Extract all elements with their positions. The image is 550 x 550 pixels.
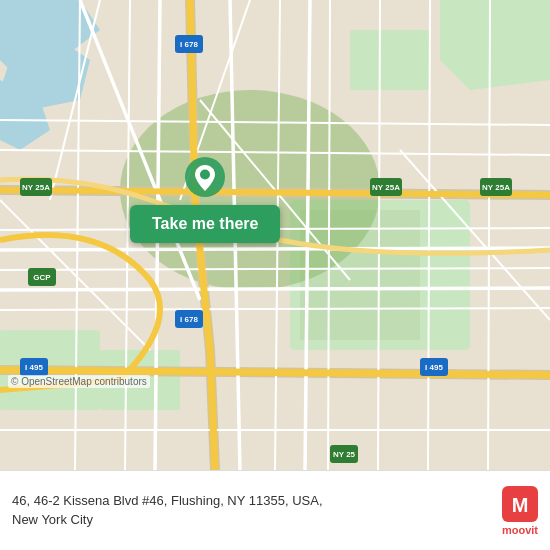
address-text: 46, 46-2 Kissena Blvd #46, Flushing, NY … xyxy=(12,492,492,528)
svg-text:GCP: GCP xyxy=(33,273,51,282)
address-block: 46, 46-2 Kissena Blvd #46, Flushing, NY … xyxy=(12,492,492,528)
svg-text:I 678: I 678 xyxy=(180,40,198,49)
map-copyright: © OpenStreetMap contributors xyxy=(8,375,150,388)
svg-text:NY 25A: NY 25A xyxy=(22,183,50,192)
svg-text:M: M xyxy=(512,494,529,516)
moovit-brand-text: moovit xyxy=(502,524,538,536)
bottom-bar: 46, 46-2 Kissena Blvd #46, Flushing, NY … xyxy=(0,470,550,550)
svg-text:NY 25A: NY 25A xyxy=(482,183,510,192)
svg-line-23 xyxy=(0,288,550,290)
svg-point-49 xyxy=(200,170,210,180)
svg-line-22 xyxy=(0,248,550,250)
take-me-there-button[interactable]: Take me there xyxy=(130,205,280,243)
svg-text:I 495: I 495 xyxy=(25,363,43,372)
svg-text:I 495: I 495 xyxy=(425,363,443,372)
svg-text:I 678: I 678 xyxy=(180,315,198,324)
svg-text:NY 25: NY 25 xyxy=(333,450,356,459)
location-pin-icon xyxy=(183,155,227,199)
svg-rect-2 xyxy=(350,30,430,90)
address-line2: New York City xyxy=(12,512,93,527)
moovit-icon: M xyxy=(502,486,538,522)
moovit-logo: M moovit xyxy=(502,486,538,536)
address-line1: 46, 46-2 Kissena Blvd #46, Flushing, NY … xyxy=(12,493,323,508)
button-overlay: Take me there xyxy=(130,155,280,243)
map-view: I 678 NY 25A NY 25A NY 25A I 678 I 495 I… xyxy=(0,0,550,470)
svg-text:NY 25A: NY 25A xyxy=(372,183,400,192)
